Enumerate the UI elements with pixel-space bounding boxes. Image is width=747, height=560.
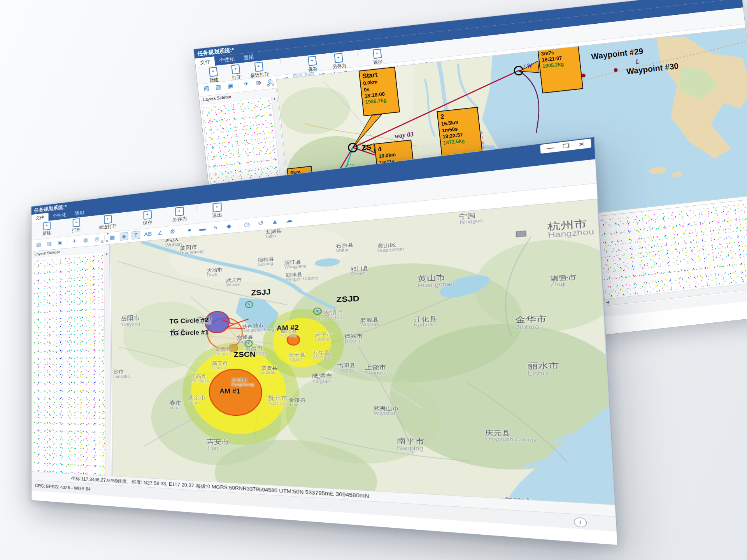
map-city-label: 婺源县Wuyuan	[360, 317, 379, 327]
ribbon-button[interactable]	[196, 204, 196, 211]
airport-code-label: ZSCN	[233, 350, 256, 359]
map-city-label: 沙市hangsha	[113, 369, 130, 379]
tool-icon[interactable]: T	[132, 231, 140, 240]
airport-code-label: ZSJJ	[251, 288, 271, 298]
tool-icon[interactable]	[238, 81, 239, 88]
ribbon-button-icon: +	[231, 64, 240, 74]
ribbon-button[interactable]	[357, 50, 358, 57]
map-city-label: 石台县Shitai	[335, 242, 354, 253]
undock-icon[interactable]: ⧉	[267, 83, 270, 88]
map-city-label: 德兴市Dexing	[344, 333, 363, 343]
map-city-label: 金华市Jinhua	[515, 315, 547, 331]
panel-tools: ⧉ ✕	[101, 239, 109, 244]
close-button[interactable]: ✕	[578, 138, 585, 150]
ribbon-button[interactable]: +新建	[34, 220, 60, 237]
info-icon[interactable]: i	[573, 517, 587, 528]
map-city-label: 武夷山市Wuyishan	[373, 406, 399, 416]
tool-icon[interactable]: ϟ	[211, 223, 221, 232]
tool-icon[interactable]: ▬	[198, 224, 207, 233]
tool-icon[interactable]: ▦	[108, 233, 116, 242]
tool-icon[interactable]: ▣	[226, 81, 235, 90]
panel-tools: ⧉ ✕	[267, 82, 275, 88]
map-city-label: 丰城市Fengcheng	[231, 378, 254, 387]
minimize-button[interactable]: —	[546, 142, 554, 154]
zone-label: TG Circle #1	[170, 329, 209, 337]
map-city-label: 岳阳市Yueyang	[121, 315, 140, 327]
ribbon-button[interactable]: +保存	[133, 209, 162, 228]
tool-icon[interactable]: ∠	[156, 228, 165, 237]
tool-icon[interactable]	[181, 228, 181, 234]
mission-planning-window-front: 任务规划系统:* — ❐ ✕ 文件个性化通用 +新建+打开+最近打开▾+保存+另…	[31, 137, 618, 546]
tool-icon[interactable]: ▲	[270, 217, 280, 226]
map-city-label: 奉新县Fengxin	[215, 347, 231, 356]
map-city-label: 抚州市Fuzhou	[268, 395, 288, 406]
tool-icon[interactable]: ✈	[70, 237, 78, 245]
tool-icon[interactable]	[67, 239, 67, 245]
map-city-label: 望江县Wangjiang	[284, 259, 306, 270]
tool-icon[interactable]: ◎	[93, 235, 101, 243]
tool-icon[interactable]: ◍	[253, 78, 263, 87]
map-city-label: 祁门县Qimen	[350, 266, 369, 276]
crs-label: CRS: EPSG: 4326 - WGS 84	[35, 483, 91, 492]
ribbon-button-icon: +	[143, 210, 151, 220]
panel-content[interactable]	[596, 200, 747, 298]
airport-code-label: ZSJD	[336, 294, 359, 304]
map-city-label: 进贤县Jinxian	[261, 366, 278, 375]
ribbon-button[interactable]: +退出	[201, 201, 233, 220]
map-city-label: 宁国Ningguo	[459, 212, 483, 225]
map-city-label: 余干县Yugan	[288, 352, 306, 362]
sidebar-scrollbar[interactable]: ▲	[104, 252, 111, 477]
ribbon-button[interactable]	[280, 59, 281, 66]
ribbon-button-icon: +	[212, 203, 221, 213]
map-city-label: 太湖县Taihu	[265, 228, 282, 239]
tool-icon[interactable]: ↺	[256, 218, 266, 228]
planning-map[interactable]: 武汉Wuhan黄冈市Huanggang大冶市Daye武穴市Wuxue宿松县Sus…	[110, 199, 615, 506]
ribbon-button[interactable]	[128, 212, 128, 218]
map-city-label: 丽水市Lishui	[527, 362, 559, 376]
airport-marker-zsjj[interactable]	[245, 301, 253, 308]
tool-icon[interactable]: ✈	[242, 79, 251, 89]
tool-icon[interactable]: ◷	[242, 220, 252, 229]
layers-tree-content[interactable]	[33, 252, 106, 477]
map-city-label: 开化县Kaihua	[414, 315, 437, 327]
map-city-label: 春市chun	[170, 400, 181, 410]
ribbon-button[interactable]: +打开	[63, 217, 89, 234]
tool-icon[interactable]: ⚙	[168, 227, 177, 236]
maximize-button[interactable]: ❐	[563, 140, 570, 152]
map-city-label: 杭州市Hangzhou	[547, 218, 594, 240]
close-icon[interactable]: ✕	[105, 239, 109, 243]
tool-icon[interactable]: ▥	[214, 82, 223, 91]
map-city-label: 共青城市Gongqingcheng	[242, 323, 274, 333]
tool-icon[interactable]: ☁	[284, 215, 295, 225]
map-city-label: 武穴市Wuxue	[226, 277, 242, 287]
tool-icon[interactable]: ▣	[56, 238, 64, 247]
scroll-up-icon[interactable]: ▲	[273, 97, 276, 101]
tool-icon[interactable]: ◆	[224, 222, 234, 231]
tool-icon[interactable]	[238, 222, 238, 229]
ribbon-button-icon: +	[175, 206, 184, 216]
tool-icon[interactable]: ●	[185, 226, 194, 234]
tool-icon[interactable]: ▥	[46, 240, 53, 248]
runway-label: L	[635, 58, 640, 66]
airport-code-partial: ZS	[361, 143, 372, 152]
undock-icon[interactable]: ⧉	[101, 240, 103, 244]
map-city-label: 吉安市Ji'an	[207, 438, 229, 452]
ribbon-button-icon: +	[334, 53, 343, 63]
tool-icon[interactable]: ▤	[202, 84, 211, 93]
runway-label: / W	[523, 62, 533, 70]
map-city-label: 黄山市Huangshan	[417, 273, 455, 289]
close-icon[interactable]: ✕	[271, 82, 275, 88]
ribbon-button[interactable]: +另存为	[164, 205, 195, 224]
tool-icon[interactable]: ▤	[35, 241, 42, 249]
map-city-label: 黄冈市Huanggang	[180, 243, 203, 255]
tool-icon[interactable]: ◈	[120, 232, 128, 241]
map-city-label: 黄山区Huangshan	[377, 242, 404, 253]
map-city-label: 宿松县Susong	[258, 257, 274, 267]
tool-icon[interactable]: ◍	[82, 236, 90, 245]
map-city-label: 大冶市Daye	[207, 267, 223, 277]
map-city-label: 上饶市Shangrao	[365, 364, 390, 375]
waypoint-info-box[interactable]: Start 0.0km0s18:18:00 1986.7kg	[359, 66, 400, 116]
tool-icon[interactable]: AB	[144, 230, 152, 239]
map-city-label: 万年县Wannian	[312, 350, 332, 360]
data-panel: ⧉ ✕ ▲▼ ◀ ▶	[595, 198, 747, 306]
